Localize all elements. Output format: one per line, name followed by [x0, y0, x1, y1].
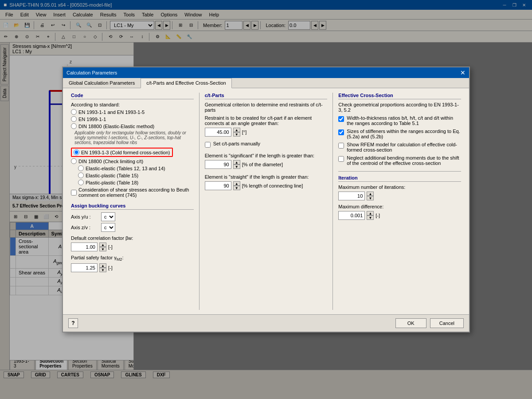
angle-unit: [°]: [242, 129, 247, 135]
significant-row: ▲ ▼ [% of the diameter]: [205, 160, 328, 169]
radio-sub2-label: Elastic-plastic (Table 15): [86, 173, 138, 178]
modal-title-text: Calculation Parameters: [66, 70, 117, 75]
radio-din18800-cl-label: DIN 18800 (Check limiting c/t): [78, 159, 143, 164]
significant-label: Element is "significant" if the length i…: [205, 153, 328, 158]
manual-ct-input[interactable]: [205, 142, 211, 148]
calculation-params-modal: Calculation Parameters ✕ Global Calculat…: [62, 66, 470, 332]
significant-up[interactable]: ▲: [233, 160, 240, 164]
safety-factor-down[interactable]: ▼: [99, 268, 106, 272]
straight-down[interactable]: ▼: [233, 186, 240, 190]
corr-factor-label: Default correlation factor βw:: [71, 235, 194, 241]
max-iter-input[interactable]: [338, 192, 365, 200]
corr-factor-up[interactable]: ▲: [99, 243, 106, 247]
eff-section-title: Effective Cross-Section: [338, 93, 461, 99]
max-iter-up[interactable]: ▲: [367, 192, 374, 196]
radio-en1993-1-3-input[interactable]: [74, 149, 79, 155]
angle-input[interactable]: [205, 128, 231, 137]
axis-z-row: Axis z/v : c: [71, 223, 194, 232]
modal-close-button[interactable]: ✕: [460, 69, 466, 76]
max-diff-spin: ▲ ▼: [367, 211, 374, 220]
radio-din18800-cl-input[interactable]: [71, 158, 77, 164]
max-iter-row: ▲ ▼: [338, 192, 461, 200]
eff-check-1: Width-to-thickness ratios b/t, h/t, c/t …: [338, 115, 461, 126]
corr-factor-spin: ▲ ▼: [99, 243, 106, 251]
safety-factor-label: Partial safety factor γM2:: [71, 255, 194, 262]
angle-down[interactable]: ▼: [233, 132, 240, 137]
straight-row: ▲ ▼ [% length of connecting line]: [205, 181, 328, 190]
modal-title-bar: Calculation Parameters ✕: [63, 67, 469, 78]
max-iter-down[interactable]: ▼: [367, 196, 374, 200]
safety-factor-up[interactable]: ▲: [99, 263, 106, 268]
code-radio-group: EN 1993-1-1 and EN 1993-1-5 EN 1999-1-1 …: [71, 109, 194, 198]
check-shear-label: Consideration of shear stresses accordin…: [78, 187, 194, 198]
radio-din18800-ee-input[interactable]: [71, 123, 77, 129]
max-diff-down[interactable]: ▼: [367, 215, 374, 220]
eff-check-3-label: Show RFEM model for calculation of effec…: [347, 142, 461, 153]
check-shear-group: Consideration of shear stresses accordin…: [71, 187, 194, 198]
corr-factor-down[interactable]: ▼: [99, 247, 106, 251]
radio-en1999-label: EN 1999-1-1: [78, 117, 106, 122]
radio-sub3: Plastic-plastic (Table 18): [78, 180, 194, 185]
eff-check-1-input[interactable]: [338, 116, 344, 122]
radio-en1999-input[interactable]: [71, 116, 77, 122]
modal-tab-ct[interactable]: c/t-Parts and Effective Cross-Section: [141, 78, 232, 88]
safety-factor-section: Partial safety factor γM2: ▲ ▼ [-]: [71, 255, 194, 272]
iteration-section: Iteration Maximum number of iterations: …: [338, 171, 461, 220]
max-diff-row: ▲ ▼ [-]: [338, 211, 461, 220]
radio-sub3-input[interactable]: [78, 180, 84, 185]
angle-up[interactable]: ▲: [233, 128, 240, 132]
manual-ct-label: Set c/t-parts manually: [213, 141, 260, 146]
eff-check-4-label: Neglect additional bending moments due t…: [347, 155, 461, 166]
eff-check-2-label: Sizes of stiffeners within the ranges ac…: [347, 129, 461, 139]
radio-en1993-1-1: EN 1993-1-1 and EN 1993-1-5: [71, 109, 194, 115]
eff-check-2-input[interactable]: [338, 129, 344, 135]
iter-title: Iteration: [338, 175, 461, 182]
radio-sub1: Elastic-elastic (Tables 12, 13 and 14): [78, 165, 194, 171]
radio-sub2-input[interactable]: [78, 172, 84, 178]
eff-check-4: Neglect additional bending moments due t…: [338, 155, 461, 166]
safety-factor-input[interactable]: [71, 263, 98, 272]
corr-factor-unit: [-]: [108, 244, 113, 250]
buckling-title: Assign buckling curves: [71, 203, 194, 210]
eff-desc: Check geometrical proportions according …: [338, 102, 461, 113]
corr-factor-row: ▲ ▼ [-]: [71, 243, 194, 251]
radio-din18800-ee: DIN 18800 (Elastic-Elastic method): [71, 123, 194, 129]
modal-overlay: Calculation Parameters ✕ Global Calculat…: [0, 0, 532, 399]
modal-col-ct: c/t-Parts Geometrical criterion to deter…: [201, 93, 331, 310]
check-shear-input[interactable]: [71, 190, 77, 196]
significant-input[interactable]: [205, 160, 231, 169]
eff-check-3-input[interactable]: [338, 143, 344, 149]
eff-check-4-input[interactable]: [338, 156, 344, 162]
radio-en1993-1-3: EN 1993-1-3 (Cold formed cross-section): [71, 148, 194, 157]
straight-input[interactable]: [205, 181, 231, 190]
max-diff-label: Maximum difference:: [338, 204, 461, 209]
straight-up[interactable]: ▲: [233, 181, 240, 186]
radio-en1993-1-1-input[interactable]: [71, 109, 77, 115]
radio-sub1-input[interactable]: [78, 165, 84, 171]
eff-check-1-label: Width-to-thickness ratios b/t, h/t, c/t …: [347, 115, 461, 126]
din18800-note: Applicable only for rectangular hollow s…: [71, 130, 194, 145]
max-diff-up[interactable]: ▲: [367, 211, 374, 215]
max-diff-unit: [-]: [376, 213, 380, 218]
corr-factor-section: Default correlation factor βw: ▲ ▼ [-]: [71, 235, 194, 251]
modal-tab-global[interactable]: Global Calculation Parameters: [63, 78, 141, 88]
divider-2: [332, 93, 333, 310]
significant-down[interactable]: ▼: [233, 164, 240, 169]
radio-sub1-label: Elastic-elastic (Tables 12, 13 and 14): [86, 166, 165, 171]
safety-factor-unit: [-]: [108, 265, 113, 270]
eff-check-2: Sizes of stiffeners within the ranges ac…: [338, 129, 461, 139]
cancel-button[interactable]: Cancel: [430, 318, 464, 328]
radio-en1993-1-3-highlight: EN 1993-1-3 (Cold formed cross-section): [71, 148, 173, 157]
significant-spin: ▲ ▼: [233, 160, 240, 169]
max-diff-input[interactable]: [338, 211, 365, 220]
safety-factor-spin: ▲ ▼: [99, 263, 106, 272]
axis-y-select[interactable]: c: [101, 212, 115, 221]
manual-ct-row: Set c/t-parts manually: [205, 141, 328, 148]
axis-z-select[interactable]: c: [101, 223, 115, 232]
help-button[interactable]: ?: [68, 318, 78, 328]
eff-check-3: Show RFEM model for calculation of effec…: [338, 142, 461, 153]
ok-button[interactable]: OK: [395, 318, 426, 328]
axis-y-row: Axis y/u : c: [71, 212, 194, 221]
angle-row: ▲ ▼ [°]: [205, 128, 328, 137]
corr-factor-input[interactable]: [71, 243, 98, 251]
